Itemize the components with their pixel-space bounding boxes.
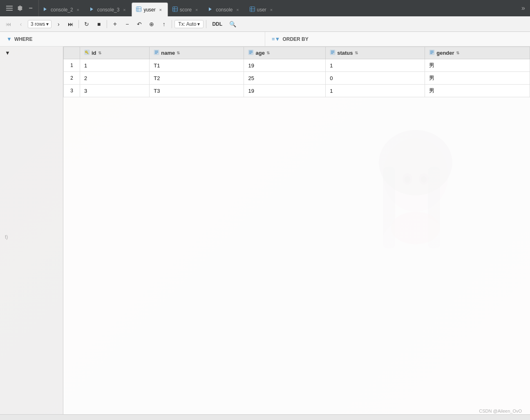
tab-bar: − console_2×console_3×yuser×score×consol… (0, 0, 530, 16)
separator-2 (107, 20, 107, 28)
duplicate-button[interactable]: ⊕ (146, 19, 157, 29)
tab-close-console_2[interactable]: × (75, 7, 81, 13)
tab-label-console_3: console_3 (97, 7, 120, 13)
col-header-name[interactable]: name⇅ (150, 47, 244, 59)
cell-name-row2[interactable]: T2 (150, 72, 244, 85)
tab-close-console[interactable]: × (235, 7, 241, 13)
tab-close-console_3[interactable]: × (121, 7, 127, 13)
tab-label-user: user (257, 7, 266, 13)
cell-status-row2[interactable]: 0 (326, 72, 425, 85)
table-area: id⇅name⇅age⇅status⇅gender⇅ 11T1191男22T22… (63, 47, 530, 414)
left-sidebar: ▼ t) (0, 47, 63, 414)
cell-gender-row2[interactable]: 男 (425, 72, 530, 85)
col-type-icon-name (154, 49, 159, 56)
tab-close-user[interactable]: × (268, 7, 274, 13)
tab-icon-console (208, 7, 214, 13)
tx-selector[interactable]: Tx: Auto ▾ (174, 20, 204, 28)
col-sort-icon-id[interactable]: ⇅ (98, 51, 101, 55)
undo-button[interactable]: ↶ (134, 19, 145, 29)
separator-3 (172, 20, 172, 28)
tab-console_2[interactable]: console_2× (39, 2, 85, 16)
order-by-section: ≡▼ ORDER BY (265, 32, 530, 46)
col-type-icon-id (84, 49, 90, 56)
tab-label-yuser: yuser (143, 7, 155, 13)
row-count-label: 3 rows (31, 21, 45, 27)
table-row[interactable]: 11T1191男 (64, 59, 530, 72)
tab-close-score[interactable]: × (194, 7, 199, 13)
tx-label: Tx: Auto (178, 21, 196, 27)
export-button[interactable]: ↑ (159, 19, 169, 29)
last-row-button[interactable]: ⏭ (65, 19, 76, 29)
search-button[interactable]: 🔍 (227, 19, 238, 29)
col-header-status[interactable]: status⇅ (326, 47, 425, 59)
cell-name-row3[interactable]: T3 (150, 85, 244, 97)
svg-rect-1 (6, 8, 13, 9)
tab-icon-user (250, 7, 255, 13)
cell-gender-row1[interactable]: 男 (425, 59, 530, 72)
where-label: WHERE (14, 36, 33, 42)
row-number-header (64, 47, 80, 59)
minimize-icon-button[interactable]: − (26, 4, 35, 13)
next-row-button[interactable]: › (53, 19, 64, 29)
cell-age-row1[interactable]: 19 (244, 59, 326, 72)
col-sort-icon-name[interactable]: ⇅ (177, 51, 180, 55)
col-name-gender: gender (436, 50, 454, 56)
col-sort-icon-gender[interactable]: ⇅ (456, 51, 459, 55)
prev-row-button[interactable]: ‹ (16, 19, 26, 29)
col-header-id[interactable]: id⇅ (80, 47, 150, 59)
tab-score[interactable]: score× (168, 2, 204, 16)
col-header-gender[interactable]: gender⇅ (425, 47, 530, 59)
tab-yuser[interactable]: yuser× (132, 2, 168, 16)
row-count-selector[interactable]: 3 rows ▾ (28, 20, 51, 28)
sidebar-placeholder-text: t) (0, 231, 63, 243)
bottom-scrollbar[interactable] (0, 414, 530, 420)
col-type-icon-status (330, 49, 335, 56)
tab-console[interactable]: console× (204, 2, 245, 16)
cell-name-row1[interactable]: T1 (150, 59, 244, 72)
first-row-button[interactable]: ⏮ (3, 19, 14, 29)
svg-rect-12 (250, 7, 255, 12)
sidebar-filter-button[interactable]: ▼ (0, 47, 63, 59)
svg-rect-8 (172, 7, 177, 12)
tab-icon-console_2 (43, 7, 49, 13)
watermark: CSDN @Aileen_OvO (479, 409, 522, 413)
gear-icon-button[interactable] (16, 4, 25, 13)
table-row[interactable]: 22T2250男 (64, 72, 530, 85)
tabs-container: console_2×console_3×yuser×score×console×… (39, 0, 518, 16)
col-name-id: id (92, 50, 96, 56)
order-by-label: ORDER BY (282, 36, 308, 42)
refresh-button[interactable]: ↻ (81, 19, 92, 29)
svg-line-19 (87, 53, 88, 54)
cell-age-row3[interactable]: 19 (244, 85, 326, 97)
menu-icon-button[interactable] (5, 4, 14, 13)
ddl-button[interactable]: DDL (209, 20, 226, 28)
horizontal-scrollbar-track[interactable] (0, 415, 530, 420)
tab-label-console_2: console_2 (51, 7, 73, 13)
cell-status-row1[interactable]: 1 (326, 59, 425, 72)
col-header-age[interactable]: age⇅ (244, 47, 326, 59)
filter-bar: ▼ WHERE ≡▼ ORDER BY (0, 32, 530, 47)
cell-gender-row3[interactable]: 男 (425, 85, 530, 97)
svg-rect-2 (6, 10, 13, 11)
table-header-row: id⇅name⇅age⇅status⇅gender⇅ (64, 47, 530, 59)
table-row[interactable]: 33T3191男 (64, 85, 530, 97)
cell-id-row1[interactable]: 1 (80, 59, 150, 72)
cell-age-row2[interactable]: 25 (244, 72, 326, 85)
cell-id-row3[interactable]: 3 (80, 85, 150, 97)
add-row-button[interactable]: + (110, 19, 120, 29)
delete-row-button[interactable]: − (122, 19, 132, 29)
tab-user[interactable]: user× (245, 2, 279, 16)
tab-more-button[interactable]: » (518, 4, 528, 12)
tab-console_3[interactable]: console_3× (85, 2, 132, 16)
tab-icon-yuser (136, 7, 141, 13)
tab-close-yuser[interactable]: × (158, 7, 163, 13)
chevron-down-icon: ▾ (46, 21, 49, 27)
order-icon: ≡▼ (272, 36, 280, 42)
stop-button[interactable]: ■ (94, 19, 104, 29)
filter-icon: ▼ (7, 36, 12, 42)
cell-status-row3[interactable]: 1 (326, 85, 425, 97)
col-sort-icon-status[interactable]: ⇅ (355, 51, 358, 55)
col-sort-icon-age[interactable]: ⇅ (266, 51, 270, 55)
cell-id-row2[interactable]: 2 (80, 72, 150, 85)
tab-label-console: console (216, 7, 233, 13)
